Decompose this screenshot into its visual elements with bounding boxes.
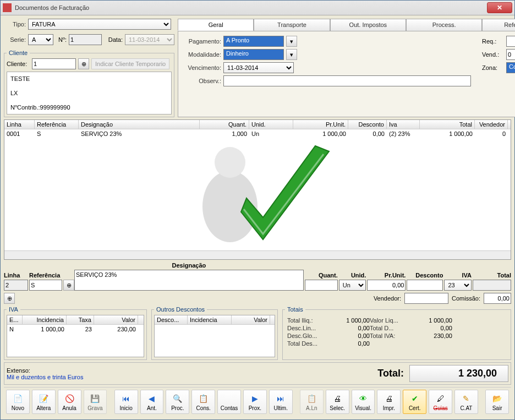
totais-dglo-value: 0,00 [331,332,370,339]
sair-button[interactable]: 📂Sair [485,390,509,414]
totais-tiva-label: Total IVA: [370,332,414,339]
col-desconto[interactable]: Desconto [348,120,387,129]
col-vendedor[interactable]: Vendedor [475,120,508,129]
inicio-button[interactable]: ⏮Inicio [114,390,138,414]
tipo-label: Tipo: [4,21,26,28]
totais-legend: Totais [285,306,305,313]
col-total[interactable]: Total [420,120,475,129]
cancel-icon: 🚫 [64,393,75,404]
visual-button[interactable]: 👁Visual. [352,390,375,414]
close-button[interactable]: ✕ [487,2,512,13]
guias-button[interactable]: 🖊Guias [429,390,452,414]
vencimento-label: Vencimento: [183,64,221,71]
cert-button[interactable]: ✔Cert. [403,390,426,414]
col-referencia[interactable]: Referência [35,120,79,129]
totais-tdes-label: Total Des... [287,340,331,347]
list-icon: 📋 [198,393,209,404]
col-quant[interactable]: Quant. [200,120,249,129]
line-grid: Linha Referência Designação Quant. Unid.… [4,119,511,260]
outros-legend: Outros Descontos [154,306,207,313]
ant-button[interactable]: ◀Ant. [140,390,164,414]
ref-lookup-icon[interactable]: ⊕ [63,280,74,291]
total-label: Total: [377,368,404,379]
cat-button[interactable]: ✎C.AT [454,390,478,414]
window-title: Documentos de Facturação [15,4,487,11]
zona-label: Zona: [482,64,504,71]
tipo-select[interactable]: FATURA [28,19,171,30]
edit-com-label: Comissão: [452,295,480,302]
tab-out-impostos[interactable]: Out. Impostos [330,19,406,31]
iva-col-valor: Valor [94,315,138,324]
serie-label: Serie: [4,36,26,43]
tab-geral[interactable]: Geral [178,19,254,31]
edit-desig-input[interactable]: SERVIÇO 23% [74,270,304,291]
iva-row: N 1 000,00 23 230,00 [7,325,144,334]
edit-pr-input[interactable] [367,280,406,291]
zona-select[interactable]: Continente [506,62,515,73]
novo-button[interactable]: 📄Novo [6,390,30,414]
edit-vend-label: Vendedor: [374,295,401,302]
modalidade-select[interactable]: Dinheiro [223,49,284,60]
edit-icon: 📝 [38,393,49,404]
edit-com-input[interactable] [484,293,511,304]
proc-button[interactable]: 🔍Proc. [166,390,189,414]
totais-iliq-label: Total Iliq.: [287,317,331,324]
totais-valliq-value: 1 000,00 [414,317,452,324]
tab-referencias[interactable]: Referencias [482,19,515,31]
tab-transporte[interactable]: Transporte [254,19,330,31]
app-icon [3,3,12,12]
col-prunit[interactable]: Pr.Unit. [293,120,348,129]
impr-button[interactable]: 🖨Impr. [377,390,401,414]
selec-button[interactable]: 🖨Selec. [326,390,349,414]
edit-unid-select[interactable]: Un [339,280,366,291]
edit-vend-input[interactable] [404,293,448,304]
chevron-down-icon[interactable]: ▾ [286,49,297,60]
col-designacao[interactable]: Designação [79,120,200,129]
edit-ref-input[interactable] [29,280,62,291]
req-input[interactable] [506,36,515,47]
edit-desig-label: Designação [74,262,304,270]
edit-desc-input[interactable] [407,280,443,291]
print-icon: 🖨 [383,393,395,404]
pagamento-select[interactable]: A Pronto [223,36,284,47]
chevron-down-icon[interactable]: ▾ [286,36,297,47]
titlebar: Documentos de Facturação ✕ [1,1,514,15]
tab-body-geral: Pagamento:A Pronto▾ Modalidade:Dinheiro▾… [178,31,515,117]
edit-lookup-icon[interactable]: ⊕ [4,293,15,304]
cliente-lookup-icon[interactable]: ⊕ [78,58,89,69]
tab-process[interactable]: Process. [406,19,482,31]
col-iva[interactable]: Iva [387,120,420,129]
num-label: Nº: [56,36,67,43]
edit-linha-label: Linha [4,272,28,280]
observ-input[interactable] [223,75,471,86]
serie-select[interactable]: A [28,34,53,45]
document-icon: 📄 [12,393,23,404]
vend-label: Vend.: [482,51,504,58]
edit-quant-input[interactable] [305,280,338,291]
aln-icon: 📋 [306,393,317,404]
col-linha[interactable]: Linha [4,120,35,129]
outros-fieldset: Outros Descontos Desco... Incidencia Val… [151,306,278,360]
cliente-box: TESTE LX NºContrib.:999999990 [7,72,172,114]
edit-iva-select[interactable]: 23 [444,280,472,291]
altera-button[interactable]: 📝Altera [32,390,56,414]
cliente-name: TESTE [10,75,168,82]
vencimento-select[interactable]: 11-03-2014 [223,62,294,73]
col-unid[interactable]: Unid. [249,120,293,129]
cliente-fieldset: Cliente Cliente: ⊕ Indicar Cliente Tempo… [4,50,174,117]
ultim-button[interactable]: ⏭Ultim. [269,390,293,414]
contas-button[interactable]: Contas [217,390,241,414]
horizontal-scrollbar[interactable] [4,250,511,259]
anula-button[interactable]: 🚫Anula [58,390,81,414]
edit-unid-label: Unid. [339,272,366,280]
totais-dglo-label: Desc.Glo... [287,332,331,339]
edit-pr-label: Pr.Unit. [367,272,406,280]
vend-input[interactable] [506,49,515,60]
cons-button[interactable]: 📋Cons. [191,390,215,414]
select-icon: 🖨 [332,393,343,404]
iva-col-taxa: Taxa [67,315,94,324]
cliente-input[interactable] [32,58,76,69]
save-icon: 💾 [90,393,101,404]
accounts-icon [224,393,235,404]
prox-button[interactable]: ▶Prox. [243,390,267,414]
